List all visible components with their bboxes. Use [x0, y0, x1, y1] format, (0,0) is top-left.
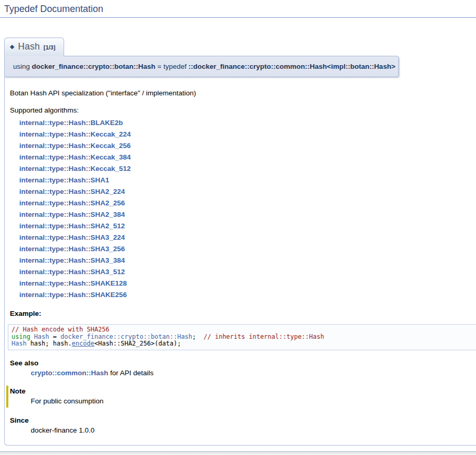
proto-member-name: docker_finance::crypto::botan::Hash — [32, 63, 155, 70]
algorithm-link[interactable]: internal::type::Hash::Keccak_256 — [19, 140, 470, 152]
page-title: Typedef Documentation — [0, 0, 476, 18]
code-comment: // Hash encode with SHA256 — [11, 326, 109, 333]
code-text: <Hash::SHA2_256>(data); — [94, 340, 181, 347]
since-section: Since docker-finance 1.0.0 — [10, 416, 470, 435]
proto-target-type-link[interactable]: ::docker_finance::crypto::common::Hash<i… — [188, 63, 395, 70]
algorithm-link[interactable]: internal::type::Hash::SHAKE256 — [19, 289, 470, 301]
footer-divider — [0, 451, 476, 455]
algorithm-link[interactable]: internal::type::Hash::Keccak_224 — [19, 129, 470, 140]
code-link-hash[interactable]: Hash — [34, 333, 49, 340]
algorithm-link[interactable]: internal::type::Hash::SHA2_384 — [19, 209, 470, 220]
code-link-hash[interactable]: Hash — [11, 340, 27, 347]
member-title-tab: ◆Hash[1/3] — [4, 38, 64, 56]
see-also-section: See also crypto::common::Hash for API de… — [10, 359, 470, 377]
algorithm-link[interactable]: internal::type::Hash::BLAKE2b — [19, 117, 470, 129]
algorithm-link[interactable]: internal::type::Hash::SHA3_384 — [19, 255, 470, 266]
member-overload-index: [1/3] — [44, 44, 56, 51]
algorithms-label: Supported algorithms: — [10, 106, 470, 115]
proto-using-keyword: using — [13, 63, 32, 70]
member-item: using docker_finance::crypto::botan::Has… — [4, 56, 476, 446]
code-line: // Hash encode with SHA256 — [11, 326, 476, 334]
algorithm-link[interactable]: internal::type::Hash::SHA2_256 — [19, 198, 470, 209]
member-prototype: using docker_finance::crypto::botan::Has… — [4, 56, 399, 77]
algorithm-link[interactable]: internal::type::Hash::SHA3_256 — [19, 243, 470, 255]
since-text: docker-finance 1.0.0 — [31, 426, 470, 435]
code-keyword: using — [11, 333, 30, 340]
code-link-encode[interactable]: encode — [72, 340, 94, 347]
algorithm-link[interactable]: internal::type::Hash::Keccak_384 — [19, 152, 470, 163]
code-text: hash; hash. — [27, 340, 72, 347]
see-also-suffix: for API details — [108, 369, 154, 377]
code-block: // Hash encode with SHA256 using Hash = … — [8, 324, 476, 350]
member-documentation: Botan Hash API specialization ("interfac… — [4, 77, 476, 446]
anchor-diamond-icon[interactable]: ◆ — [10, 43, 14, 50]
since-label: Since — [10, 416, 470, 425]
code-text: ; — [192, 333, 204, 340]
code-line: using Hash = docker_finance::crypto::bot… — [11, 334, 476, 341]
algorithm-link[interactable]: internal::type::Hash::SHAKE128 — [19, 278, 470, 289]
code-text: = — [49, 333, 60, 340]
example-label: Example: — [10, 309, 470, 318]
algorithm-link[interactable]: internal::type::Hash::SHA3_224 — [19, 232, 470, 243]
algorithm-link[interactable]: internal::type::Hash::Keccak_512 — [19, 163, 470, 175]
note-text: For public consumption — [31, 397, 470, 405]
algorithm-link[interactable]: internal::type::Hash::SHA1 — [19, 175, 470, 186]
member-description: Botan Hash API specialization ("interfac… — [10, 89, 470, 97]
algorithm-link[interactable]: internal::type::Hash::SHA2_224 — [19, 186, 470, 198]
see-also-label: See also — [10, 359, 470, 367]
see-also-content: crypto::common::Hash for API details — [31, 368, 470, 377]
algorithm-list: internal::type::Hash::BLAKE2b internal::… — [19, 117, 470, 301]
proto-equals-typedef: = typedef — [155, 63, 188, 70]
note-label: Note — [10, 387, 470, 396]
member-title: Hash — [18, 41, 40, 52]
see-also-link[interactable]: crypto::common::Hash — [31, 368, 108, 377]
code-link-botan-hash[interactable]: docker_finance::crypto::botan::Hash — [60, 333, 192, 340]
algorithm-link[interactable]: internal::type::Hash::SHA2_512 — [19, 220, 470, 232]
algorithm-link[interactable]: internal::type::Hash::SHA3_512 — [19, 266, 470, 278]
code-comment: // inherits internal::type::Hash — [204, 333, 324, 340]
code-line: Hash hash; hash.encode<Hash::SHA2_256>(d… — [11, 340, 476, 348]
typedef-doc-section: ◆Hash[1/3] using docker_finance::crypto:… — [4, 38, 476, 446]
note-section: Note For public consumption — [6, 386, 470, 408]
example-section: Example: — [10, 309, 470, 318]
